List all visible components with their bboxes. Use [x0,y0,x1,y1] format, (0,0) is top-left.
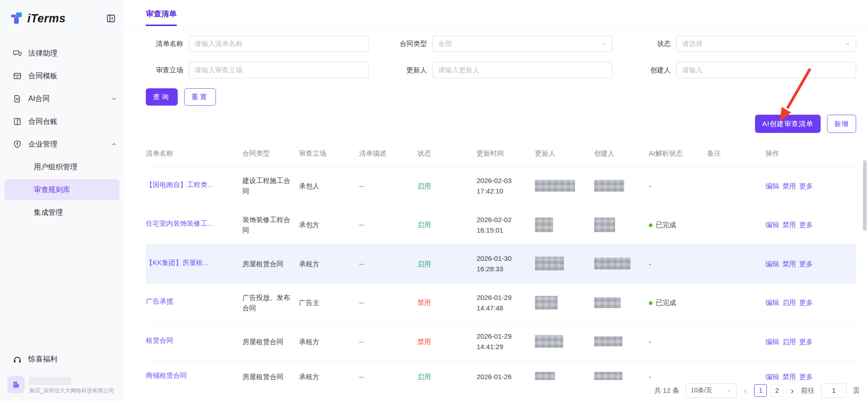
filter-label: 创建人 [633,66,671,75]
app-title: iTerms [27,12,66,25]
table-row: 【KK集团】房屋租...房屋租赁合同承租方--启用2026-01-3016:28… [146,244,856,284]
tab-review-checklist[interactable]: 审查清单 [146,9,177,26]
app-root: iTerms 法律助理合同模板AI合同合同台账企业管理用户组织管理审查规则库集成… [0,0,868,401]
filter-input-3[interactable]: 请输入审查立场 [189,62,369,78]
actions-cell: 编辑禁用更多 [765,205,856,244]
row-action-link[interactable]: 更多 [799,182,813,190]
row-action-link[interactable]: 编辑 [765,373,779,381]
add-button[interactable]: 新增 [827,115,856,133]
filter-input-4[interactable]: 请输入更新人 [432,62,612,78]
creator-redacted [594,336,622,346]
sidebar-subitem-集成管理[interactable]: 集成管理 [5,202,119,223]
sidebar-item-label: AI合同 [28,94,50,104]
filter-select-1[interactable]: 全部 [432,36,612,52]
row-action-link[interactable]: 启用 [782,338,796,345]
table-row: 住宅室内装饰装修工...装饰装修工程合同承包方--启用2026-02-0216:… [146,205,856,244]
row-action-link[interactable]: 更多 [799,338,813,345]
row-action-link[interactable]: 启用 [782,299,796,306]
sidebar-item-4[interactable]: 企业管理 [0,134,124,155]
query-button[interactable]: 查询 [146,88,178,106]
user-account[interactable]: 测试_深圳法大大网络科技有限公司 [0,369,124,395]
chevron-down-icon [111,96,117,102]
status-dot [649,223,652,227]
row-action-link[interactable]: 编辑 [765,182,779,190]
filter-input-5[interactable]: 请输入 [676,62,856,78]
column-header-4: 状态 [417,144,477,167]
page-button-1[interactable]: 1 [754,384,767,397]
checklist-name-link[interactable]: 【国电南自】工程类... [146,179,213,190]
page-buttons: 12 [754,384,783,397]
remark-cell [707,167,765,206]
shield-icon [13,140,22,149]
sidebar-item-0[interactable]: 法律助理 [0,43,124,64]
row-action-link[interactable]: 禁用 [782,373,796,381]
row-action-link[interactable]: 编辑 [765,338,779,345]
column-header-5: 更新时间 [477,144,535,167]
description-cell: -- [359,244,417,284]
user-name-redacted [29,377,71,385]
row-action-link[interactable]: 禁用 [782,182,796,190]
creator-redacted [594,180,624,192]
goto-page-input[interactable] [821,383,847,398]
updater-redacted [535,180,575,192]
filter-label: 更新人 [390,66,427,75]
ai-parse-status-cell: - [649,244,707,284]
update-time-cell: 2026-01-3016:28:33 [477,244,535,284]
remark-cell [707,205,765,244]
headphones-icon [13,355,22,364]
review-stance-cell: 承包人 [299,167,359,206]
ai-parse-status-cell: 已完成 [649,205,707,244]
checklist-name-link[interactable]: 住宅室内装饰装修工... [146,218,213,228]
sidebar-item-2[interactable]: AI合同 [0,88,124,109]
row-action-link[interactable]: 编辑 [765,260,779,268]
checklist-name-link[interactable]: 商铺租赁合同 [146,370,187,381]
sidebar-item-1[interactable]: 合同模板 [0,66,124,86]
reset-button[interactable]: 重置 [184,88,216,106]
updater-redacted [535,296,558,310]
filter-input-0[interactable]: 请输入清单名称 [189,36,369,52]
sidebar-item-3[interactable]: 合同台账 [0,111,124,132]
prev-page-button[interactable]: ‹ [743,386,748,395]
checklist-name-link[interactable]: 广告承揽 [146,296,173,306]
update-time-cell: 2026-01-2914:41:29 [477,322,535,361]
row-action-link[interactable]: 更多 [799,299,813,306]
page-button-2[interactable]: 2 [770,384,783,397]
ai-create-checklist-button[interactable]: AI创建审查清单 [755,115,821,133]
creator-redacted [594,297,621,308]
column-header-2: 审查立场 [299,144,359,167]
row-action-link[interactable]: 更多 [799,373,813,381]
row-action-link[interactable]: 编辑 [765,299,779,306]
chevron-down-icon [845,41,850,46]
scrollbar-thumb[interactable] [863,160,867,231]
checklist-name-link[interactable]: 【KK集团】房屋租... [146,257,209,268]
table-row: 广告承揽广告投放、发布合同广告主--禁用2026-01-2914:47:48已完… [146,283,856,322]
sidebar-subitem-用户组织管理[interactable]: 用户组织管理 [5,157,119,178]
tabbar: 审查清单 [124,0,868,26]
row-action-link[interactable]: 禁用 [782,260,796,268]
table-row: 租赁合同房屋租赁合同承租方--禁用2026-01-2914:41:29-编辑启用… [146,322,856,361]
review-stance-cell: 承租方 [299,322,359,361]
sidebar-collapse-icon[interactable] [106,14,116,23]
review-stance-cell: 广告主 [299,283,359,322]
goto-label: 前往 [801,386,815,395]
filter-form: 清单名称请输入清单名称合同类型全部状态请选择审查立场请输入审查立场更新人请输入更… [146,36,856,78]
sidebar-item-label: 惊喜福利 [28,355,57,364]
filter-select-2[interactable]: 请选择 [676,36,856,52]
remark-cell [707,322,765,361]
chat-icon [13,49,22,58]
total-count: 共 12 条 [654,386,679,395]
page-size-select[interactable]: 10条/页 [686,383,737,398]
row-action-link[interactable]: 更多 [799,221,813,228]
logo: iTerms [10,11,66,25]
status-badge: 禁用 [417,338,431,345]
checklist-name-link[interactable]: 租赁合同 [146,335,173,345]
table-row: 【国电南自】工程类...建设工程施工合同承包人--启用2026-02-0317:… [146,167,856,206]
column-header-9: 备注 [707,144,765,167]
sidebar-subitem-审查规则库[interactable]: 审查规则库 [5,179,119,200]
next-page-button[interactable]: › [790,386,795,395]
row-action-link[interactable]: 更多 [799,260,813,268]
template-icon [13,71,22,81]
row-action-link[interactable]: 禁用 [782,221,796,228]
row-action-link[interactable]: 编辑 [765,221,779,228]
sidebar-item-benefits[interactable]: 惊喜福利 [0,350,124,369]
